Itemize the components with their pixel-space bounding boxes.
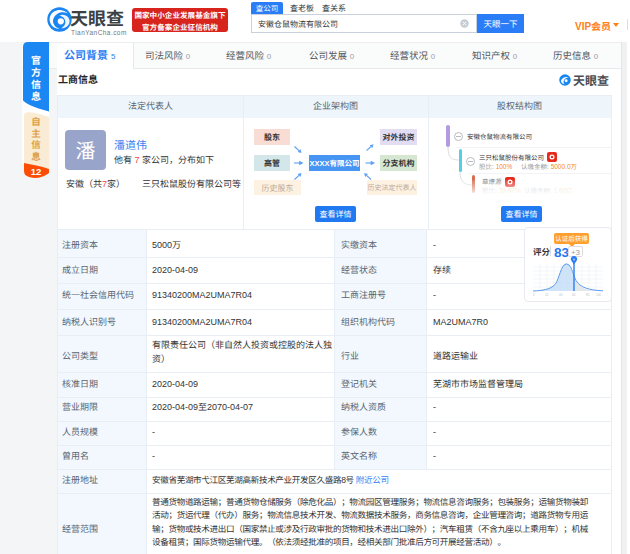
svg-text:40: 40 — [559, 293, 563, 297]
svg-text:20: 20 — [545, 293, 549, 297]
svg-text:0: 0 — [533, 293, 535, 297]
svg-text:60: 60 — [572, 293, 576, 297]
svg-text:80: 80 — [586, 293, 590, 297]
svg-text:100: 100 — [596, 293, 601, 297]
